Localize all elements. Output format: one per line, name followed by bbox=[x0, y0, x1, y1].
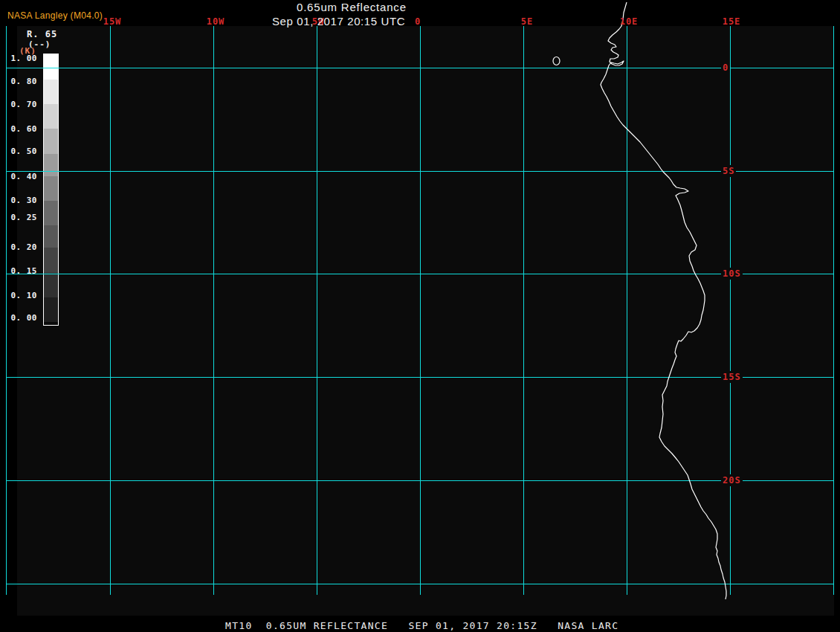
page-title: 0.65um Reflectance bbox=[297, 1, 407, 13]
colorbar-tick: 0. 20 bbox=[4, 242, 37, 252]
colorbar-tick: 0. 80 bbox=[4, 77, 37, 86]
lon-label-0: 0 bbox=[415, 16, 421, 27]
credit-label: NASA Langley (M04.0) bbox=[7, 10, 103, 21]
colorbar-title: R. 65 bbox=[27, 29, 57, 39]
lat-label-20S: 20S bbox=[721, 474, 743, 486]
colorbar-tick: 0. 15 bbox=[4, 266, 37, 276]
coastline-layer bbox=[0, 0, 840, 632]
colorbar-tick: 0. 70 bbox=[4, 100, 37, 109]
colorbar-tick: 1. 00 bbox=[4, 54, 37, 63]
viewer-canvas: 15W10W5W05E10E15E 05S10S15S20S R. 65 (--… bbox=[0, 0, 840, 632]
coastline-path bbox=[601, 2, 726, 599]
lon-label-10E: 10E bbox=[620, 16, 639, 27]
colorbar-tick: 0. 25 bbox=[4, 213, 37, 222]
lat-label-10S: 10S bbox=[721, 268, 743, 280]
footer-caption: MT10 0.65UM REFLECTANCE SEP 01, 2017 20:… bbox=[225, 620, 618, 631]
lon-label-5E: 5E bbox=[521, 16, 533, 27]
lon-label-15E: 15E bbox=[723, 16, 741, 27]
lat-label-5S: 5S bbox=[721, 165, 736, 177]
datetime-subtitle: Sep 01, 2017 20:15 UTC bbox=[272, 15, 405, 28]
island-outline bbox=[553, 57, 560, 65]
lat-label-0: 0 bbox=[721, 62, 730, 74]
colorbar-tick: 0. 00 bbox=[4, 313, 37, 323]
lat-label-15S: 15S bbox=[721, 371, 743, 383]
colorbar-tick: 0. 10 bbox=[4, 291, 37, 300]
colorbar-tick: 0. 40 bbox=[4, 172, 37, 181]
colorbar-tick: 0. 60 bbox=[4, 124, 37, 134]
lon-label-15W: 15W bbox=[103, 16, 122, 27]
colorbar-tick: 0. 30 bbox=[4, 196, 37, 205]
colorbar-tick: 0. 50 bbox=[4, 146, 37, 156]
lon-label-10W: 10W bbox=[207, 16, 225, 27]
